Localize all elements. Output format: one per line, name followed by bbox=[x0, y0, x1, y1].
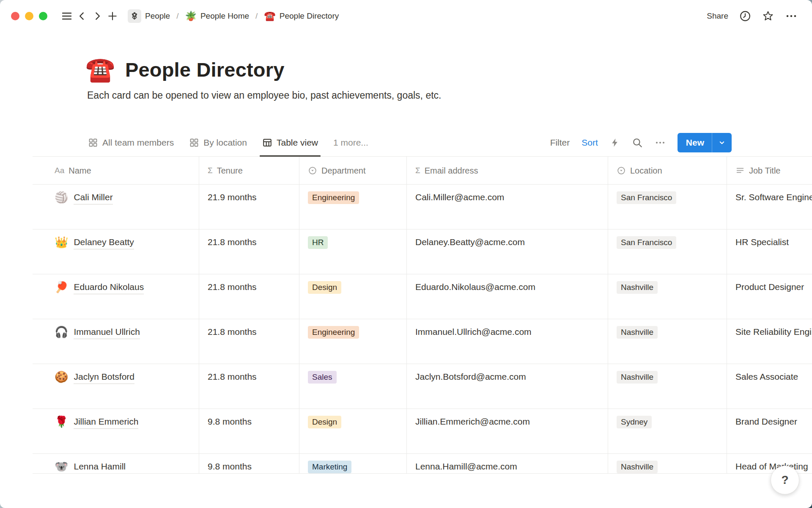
department-cell[interactable]: Sales bbox=[299, 364, 407, 409]
name-cell[interactable]: 🏓 Eduardo Nikolaus bbox=[33, 274, 199, 319]
breadcrumb-people[interactable]: People bbox=[126, 8, 172, 24]
department-tag[interactable]: Design bbox=[308, 281, 341, 294]
breadcrumb-people-directory[interactable]: ☎️ People Directory bbox=[262, 10, 340, 22]
tenure-cell[interactable]: 21.8 months bbox=[199, 364, 299, 409]
department-cell[interactable]: HR bbox=[299, 229, 407, 274]
department-tag[interactable]: Engineering bbox=[308, 326, 359, 339]
help-button[interactable]: ? bbox=[771, 466, 799, 494]
column-header-department[interactable]: Department bbox=[299, 157, 407, 184]
job-title-cell[interactable]: Product Designer bbox=[727, 274, 812, 319]
department-cell[interactable]: Engineering bbox=[299, 319, 407, 364]
department-tag[interactable]: Sales bbox=[308, 371, 337, 384]
location-tag[interactable]: San Francisco bbox=[617, 191, 676, 204]
automation-bolt-icon[interactable] bbox=[610, 137, 620, 148]
email-cell[interactable]: Immanuel.Ullrich@acme.com bbox=[407, 319, 608, 364]
history-clock-icon[interactable] bbox=[739, 10, 751, 22]
department-cell[interactable]: Marketing bbox=[299, 454, 407, 474]
department-tag[interactable]: Marketing bbox=[308, 461, 351, 473]
location-tag[interactable]: Nashville bbox=[617, 461, 658, 473]
job-title-value: Brand Designer bbox=[735, 417, 797, 426]
location-cell[interactable]: Nashville bbox=[608, 454, 727, 474]
view-options-icon[interactable] bbox=[655, 138, 666, 148]
minimize-button[interactable] bbox=[25, 12, 33, 20]
location-tag[interactable]: Nashville bbox=[617, 281, 658, 294]
zoom-button[interactable] bbox=[39, 12, 47, 20]
tab-table-view[interactable]: Table view bbox=[262, 129, 318, 156]
column-header-email[interactable]: Σ Email address bbox=[407, 157, 608, 184]
name-cell[interactable]: 🌹 Jillian Emmerich bbox=[33, 409, 199, 453]
tab-label: All team members bbox=[102, 138, 174, 148]
job-title-cell[interactable]: Site Reliability Engineer bbox=[727, 319, 812, 364]
sidebar-menu-icon[interactable] bbox=[59, 8, 74, 24]
tab-all-team-members[interactable]: All team members bbox=[88, 129, 174, 156]
tenure-cell[interactable]: 9.8 months bbox=[199, 409, 299, 453]
job-title-cell[interactable]: Head of Marketing bbox=[727, 454, 812, 474]
name-cell[interactable]: 🎧 Immanuel Ullrich bbox=[33, 319, 199, 364]
search-icon[interactable] bbox=[632, 137, 643, 148]
location-cell[interactable]: Nashville bbox=[608, 274, 727, 319]
person-name-link[interactable]: Immanuel Ullrich bbox=[74, 326, 140, 339]
email-cell[interactable]: Lenna.Hamill@acme.com bbox=[407, 454, 608, 474]
back-icon[interactable] bbox=[74, 8, 90, 24]
email-cell[interactable]: Eduardo.Nikolaus@acme.com bbox=[407, 274, 608, 319]
location-tag[interactable]: Sydney bbox=[617, 416, 652, 428]
person-name-link[interactable]: Jillian Emmerich bbox=[74, 415, 138, 429]
name-cell[interactable]: 🐨 Lenna Hamill bbox=[33, 454, 199, 474]
person-name-link[interactable]: Lenna Hamill bbox=[74, 460, 126, 474]
department-cell[interactable]: Design bbox=[299, 409, 407, 453]
more-options-icon[interactable] bbox=[785, 10, 798, 22]
column-header-name[interactable]: Aa Name bbox=[33, 157, 199, 184]
tenure-cell[interactable]: 21.8 months bbox=[199, 274, 299, 319]
column-header-job-title[interactable]: Job Title bbox=[727, 157, 812, 184]
job-title-cell[interactable]: Brand Designer bbox=[727, 409, 812, 453]
sort-button[interactable]: Sort bbox=[582, 138, 598, 148]
location-cell[interactable]: Nashville bbox=[608, 319, 727, 364]
department-cell[interactable]: Design bbox=[299, 274, 407, 319]
location-cell[interactable]: San Francisco bbox=[608, 229, 727, 274]
person-name-link[interactable]: Delaney Beatty bbox=[74, 236, 134, 249]
page-title[interactable]: People Directory bbox=[125, 58, 285, 81]
department-tag[interactable]: Design bbox=[308, 416, 341, 428]
email-cell[interactable]: Cali.Miller@acme.com bbox=[407, 185, 608, 229]
location-tag[interactable]: Nashville bbox=[617, 371, 658, 384]
location-cell[interactable]: San Francisco bbox=[608, 185, 727, 229]
job-title-cell[interactable]: Sales Associate bbox=[727, 364, 812, 409]
new-button[interactable]: New bbox=[678, 133, 712, 152]
department-tag[interactable]: Engineering bbox=[308, 191, 359, 204]
breadcrumb-people-home[interactable]: 🪴 People Home bbox=[183, 10, 251, 22]
email-cell[interactable]: Jillian.Emmerich@acme.com bbox=[407, 409, 608, 453]
forward-icon[interactable] bbox=[90, 8, 105, 24]
close-button[interactable] bbox=[11, 12, 19, 20]
person-name-link[interactable]: Cali Miller bbox=[74, 191, 112, 204]
column-header-tenure[interactable]: Σ Tenure bbox=[199, 157, 299, 184]
name-cell[interactable]: 👑 Delaney Beatty bbox=[33, 229, 199, 274]
name-cell[interactable]: 🏐 Cali Miller bbox=[33, 185, 199, 229]
location-cell[interactable]: Sydney bbox=[608, 409, 727, 453]
tenure-cell[interactable]: 9.8 months bbox=[199, 454, 299, 474]
tenure-cell[interactable]: 21.8 months bbox=[199, 229, 299, 274]
location-cell[interactable]: Nashville bbox=[608, 364, 727, 409]
new-dropdown-button[interactable] bbox=[712, 133, 732, 152]
tab-by-location[interactable]: By location bbox=[189, 129, 247, 156]
column-header-location[interactable]: Location bbox=[608, 157, 727, 184]
job-title-cell[interactable]: Sr. Software Engineer bbox=[727, 185, 812, 229]
more-views-button[interactable]: 1 more... bbox=[333, 129, 368, 156]
department-tag[interactable]: HR bbox=[308, 236, 328, 249]
tenure-cell[interactable]: 21.9 months bbox=[199, 185, 299, 229]
share-button[interactable]: Share bbox=[707, 11, 728, 21]
job-title-cell[interactable]: HR Specialist bbox=[727, 229, 812, 274]
filter-button[interactable]: Filter bbox=[550, 138, 570, 148]
new-page-icon[interactable] bbox=[105, 8, 120, 24]
page-telephone-icon[interactable]: ☎️ bbox=[85, 58, 115, 81]
location-tag[interactable]: San Francisco bbox=[617, 236, 676, 249]
person-name-link[interactable]: Eduardo Nikolaus bbox=[74, 281, 144, 294]
page-description[interactable]: Each card can be opened to view an emplo… bbox=[87, 90, 812, 101]
email-cell[interactable]: Jaclyn.Botsford@acme.com bbox=[407, 364, 608, 409]
email-cell[interactable]: Delaney.Beatty@acme.com bbox=[407, 229, 608, 274]
tenure-cell[interactable]: 21.8 months bbox=[199, 319, 299, 364]
favorite-star-icon[interactable] bbox=[762, 10, 774, 22]
location-tag[interactable]: Nashville bbox=[617, 326, 658, 339]
person-name-link[interactable]: Jaclyn Botsford bbox=[74, 370, 134, 384]
name-cell[interactable]: 🍪 Jaclyn Botsford bbox=[33, 364, 199, 409]
department-cell[interactable]: Engineering bbox=[299, 185, 407, 229]
